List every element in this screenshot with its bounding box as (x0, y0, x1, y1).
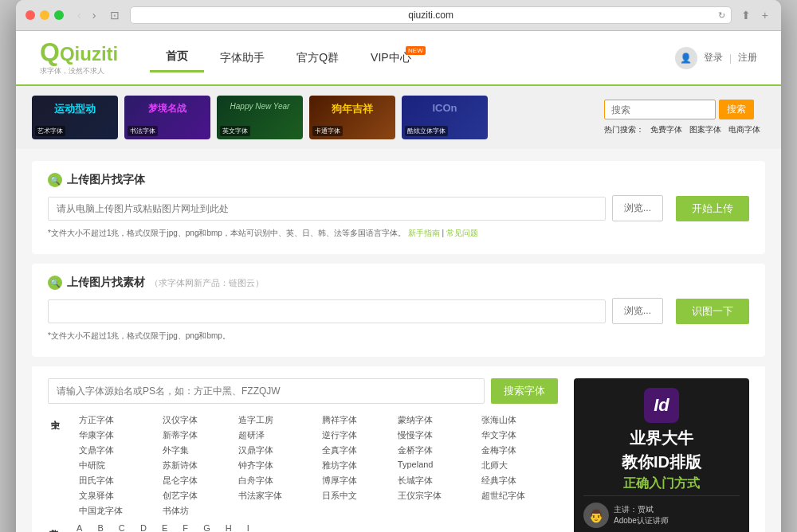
hot-item-ecommerce[interactable]: 电商字体 (728, 125, 760, 134)
banner-item-sports[interactable]: 运动型动 艺术字体 (32, 96, 118, 139)
font-item[interactable]: 华文字体 (478, 428, 558, 442)
en-font-f[interactable]: F (179, 522, 192, 532)
font-item[interactable]: 腾祥字体 (319, 413, 390, 427)
font-item[interactable]: 方正字体 (76, 413, 155, 427)
upload-font-row: 浏览... 开始上传 (48, 195, 749, 221)
nav-item-home[interactable]: 首页 (150, 43, 204, 72)
address-bar[interactable] (130, 6, 731, 24)
font-item[interactable]: 全真字体 (319, 444, 390, 457)
maximize-button[interactable] (54, 10, 64, 20)
font-search-left: 搜索字体 中文 方正字体 汉仪字体 造字工房 腾祥字体 (48, 378, 558, 532)
font-item[interactable]: 华康字体 (76, 428, 155, 442)
banner-title-3: Happy New Year (220, 102, 300, 111)
logo-subtitle: 求字体，没然不求人 (40, 66, 118, 76)
font-item[interactable]: 创艺字体 (159, 489, 230, 503)
nav-item-vip[interactable]: VIP中心 NEW (355, 45, 427, 72)
search-box: 搜索 (604, 100, 765, 119)
banner-search-button[interactable]: 搜索 (719, 100, 754, 119)
upload-material-section: 🔍 上传图片找素材 （求字体网新产品：链图云） 浏览... 识图一下 *文件大小… (32, 264, 765, 357)
hot-item-graphic[interactable]: 图案字体 (689, 125, 721, 134)
speaker-label: 主讲：贾斌 (614, 504, 669, 515)
banner-item-3d[interactable]: ICOn 酷炫立体字体 (402, 96, 488, 139)
font-item[interactable]: 文鼎字体 (76, 444, 155, 457)
font-item[interactable]: 造字工房 (235, 413, 315, 427)
font-item[interactable]: 中研院 (76, 459, 155, 472)
en-font-i[interactable]: I (244, 522, 253, 532)
forward-button[interactable]: › (88, 7, 100, 23)
share-button[interactable]: ⬆ (738, 7, 754, 23)
en-font-c[interactable]: C (116, 522, 129, 532)
en-font-g[interactable]: G (200, 522, 214, 532)
upload-font-start[interactable]: 开始上传 (676, 196, 749, 221)
font-item[interactable]: 汉仪字体 (159, 413, 230, 427)
font-item[interactable]: 张海山体 (478, 413, 558, 427)
font-item[interactable]: 书法家字体 (235, 489, 315, 503)
font-search-button[interactable]: 搜索字体 (491, 378, 558, 404)
banner-item-calligraphy[interactable]: 梦境名战 书法字体 (124, 96, 210, 139)
chinese-font-table: 方正字体 汉仪字体 造字工房 腾祥字体 蒙纳字体 张海山体 华康字体 新蒂字体 … (76, 413, 558, 518)
en-font-b[interactable]: B (94, 522, 107, 532)
site-header: QQiuziti 求字体，没然不求人 首页 字体助手 官方Q群 VIP中心 NE… (16, 31, 781, 86)
divider: | (729, 53, 732, 64)
minimize-button[interactable] (40, 10, 49, 20)
upload-material-action[interactable]: 识图一下 (676, 299, 749, 324)
font-item[interactable]: 外字集 (159, 444, 230, 457)
window-mode-button[interactable]: ⊡ (106, 7, 124, 23)
english-fonts-section: 英文 A B C D E F G H I (48, 522, 558, 532)
hot-search: 热门搜索： 免费字体 图案字体 电商字体 (604, 124, 765, 135)
font-item[interactable]: 北师大 (478, 459, 558, 472)
font-item[interactable]: 超世纪字体 (478, 489, 558, 503)
back-button[interactable]: ‹ (73, 7, 85, 23)
font-item[interactable]: 书体坊 (159, 504, 230, 518)
en-font-e[interactable]: E (159, 522, 171, 532)
guide-link[interactable]: 新手指南 (408, 229, 440, 237)
font-item[interactable]: 金梅字体 (478, 444, 558, 457)
banner-label-5: 酷炫立体字体 (405, 126, 448, 136)
font-item[interactable]: 苏新诗体 (159, 459, 230, 472)
upload-font-input[interactable] (48, 197, 606, 221)
font-item[interactable]: Typeland (395, 459, 474, 472)
font-item[interactable]: 文泉驿体 (76, 489, 155, 503)
hot-item-free[interactable]: 免费字体 (650, 125, 682, 134)
nav-item-font-helper[interactable]: 字体助手 (204, 45, 281, 72)
banner-label-1: 艺术字体 (35, 126, 65, 136)
font-item[interactable]: 金桥字体 (395, 444, 474, 457)
banner-item-cartoon[interactable]: 狗年吉祥 卡通字体 (309, 96, 395, 139)
nav-item-qq-group[interactable]: 官方Q群 (281, 45, 355, 72)
address-bar-wrapper: 🔒 ↻ (130, 6, 731, 24)
banner-title-2: 梦境名战 (128, 102, 207, 115)
font-item[interactable]: 白舟字体 (235, 474, 315, 487)
font-item[interactable]: 昆仑字体 (159, 474, 230, 487)
close-button[interactable] (26, 10, 35, 20)
font-item[interactable]: 经典字体 (478, 474, 558, 487)
banner-search-input[interactable] (604, 100, 716, 119)
font-item[interactable]: 超研泽 (235, 428, 315, 442)
font-item[interactable]: 日系中文 (319, 489, 390, 503)
font-item[interactable]: 王仪宗字体 (395, 489, 474, 503)
font-item[interactable]: 汉鼎字体 (235, 444, 315, 457)
ad-banner[interactable]: Id 业界大牛 教你ID排版 正确入门方式 👨 主讲：贾斌 Adobe认证讲师 (574, 378, 749, 532)
font-item[interactable]: 蒙纳字体 (395, 413, 474, 427)
font-item[interactable]: 博厚字体 (319, 474, 390, 487)
font-item[interactable]: 中国龙字体 (76, 504, 155, 518)
login-link[interactable]: 登录 (704, 51, 723, 65)
faq-link[interactable]: 常见问题 (446, 229, 478, 237)
font-item[interactable]: 田氏字体 (76, 474, 155, 487)
font-item[interactable]: 慢慢字体 (395, 428, 474, 442)
font-item[interactable]: 长城字体 (395, 474, 474, 487)
upload-material-input[interactable] (48, 299, 606, 323)
register-link[interactable]: 注册 (738, 51, 757, 65)
font-item[interactable]: 新蒂字体 (159, 428, 230, 442)
font-item[interactable]: 钟齐字体 (235, 459, 315, 472)
refresh-icon[interactable]: ↻ (718, 10, 725, 21)
upload-material-browse[interactable]: 浏览... (612, 298, 663, 324)
en-font-h[interactable]: H (222, 522, 236, 532)
font-search-input[interactable] (48, 378, 485, 404)
font-item[interactable]: 雅坊字体 (319, 459, 390, 472)
en-font-a[interactable]: A (73, 522, 86, 532)
font-item[interactable]: 逆行字体 (319, 428, 390, 442)
banner-item-english[interactable]: Happy New Year 英文字体 (217, 96, 303, 139)
add-tab-button[interactable]: + (759, 7, 771, 23)
en-font-d[interactable]: D (137, 522, 151, 532)
upload-font-browse[interactable]: 浏览... (612, 195, 663, 221)
